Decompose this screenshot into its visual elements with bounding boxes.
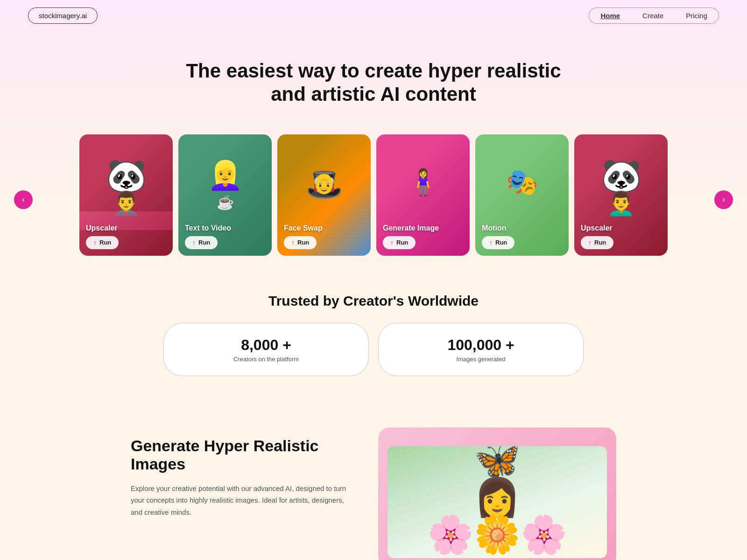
- nav-links: Home Create Pricing: [589, 7, 719, 24]
- run-arrow-icon-6: ↑: [588, 239, 592, 246]
- card-generate-image-run-button[interactable]: ↑ Run: [383, 236, 416, 249]
- run-arrow-icon: ↑: [93, 239, 97, 246]
- card-generate-image-label: Generate Image: [383, 224, 439, 232]
- trust-heading: Trusted by Creator's Worldwide: [9, 293, 738, 309]
- card-upscaler-1: 🐼 👨‍🦱 Upscaler ↑ Run: [79, 134, 173, 256]
- stat-creators: 8,000 + Creators on the platform: [163, 323, 369, 376]
- card-motion: 🎭 Motion ↑ Run: [475, 134, 569, 256]
- card-motion-run-button[interactable]: ↑ Run: [482, 236, 514, 249]
- card-upscaler-2-run-button[interactable]: ↑ Run: [581, 236, 613, 249]
- card-upscaler-1-label: Upscaler: [86, 224, 118, 232]
- run-arrow-icon-4: ↑: [390, 239, 394, 246]
- run-arrow-icon-5: ↑: [489, 239, 493, 246]
- carousel-next-button[interactable]: ›: [714, 190, 733, 209]
- logo[interactable]: stockimagery.ai: [28, 7, 98, 24]
- nav-create[interactable]: Create: [631, 8, 675, 23]
- card-text-to-video-run-button[interactable]: ↑ Run: [185, 236, 218, 249]
- generate-heading: Generate Hyper Realistic Images: [131, 437, 350, 473]
- run-arrow-icon-2: ↑: [192, 239, 196, 246]
- stat-images-label: Images generated: [397, 356, 564, 363]
- generate-section: Generate Hyper Realistic Images Explore …: [93, 399, 654, 560]
- stat-images: 100,000 + Images generated: [378, 323, 584, 376]
- run-arrow-icon-3: ↑: [291, 239, 295, 246]
- card-text-to-video-label: Text to Video: [185, 224, 231, 232]
- stat-images-number: 100,000 +: [397, 336, 564, 354]
- generate-image-box: 🦋👩🌸🌼🌸: [378, 427, 616, 560]
- carousel-track: 🐼 👨‍🦱 Upscaler ↑ Run 👱‍♀️ ☕ Text to Vide…: [0, 134, 747, 256]
- nav-pricing[interactable]: Pricing: [675, 8, 719, 23]
- card-face-swap: 🎩 👴 Face Swap ↑ Run: [277, 134, 371, 256]
- card-upscaler-2-label: Upscaler: [581, 224, 613, 232]
- card-face-swap-label: Face Swap: [284, 224, 323, 232]
- stat-creators-number: 8,000 +: [183, 336, 350, 354]
- carousel-prev-button[interactable]: ‹: [14, 190, 33, 209]
- card-generate-image: 🧍‍♀️ Generate Image ↑ Run: [376, 134, 470, 256]
- trust-section: Trusted by Creator's Worldwide 8,000 + C…: [0, 274, 747, 399]
- card-upscaler-1-run-button[interactable]: ↑ Run: [86, 236, 119, 249]
- card-upscaler-2: 🐼 👨‍🦱 Upscaler ↑ Run: [574, 134, 668, 256]
- nav-home[interactable]: Home: [589, 8, 631, 23]
- generate-image-inner: 🦋👩🌸🌼🌸: [388, 446, 607, 558]
- hero-section: The easiest way to create hyper realisti…: [0, 31, 747, 125]
- flower-butterfly-illustration: 🦋👩🌸🌼🌸: [427, 446, 567, 553]
- carousel-wrapper: ‹ 🐼 👨‍🦱 Upscaler ↑ Run 👱‍♀️ ☕ Text to: [0, 125, 747, 274]
- hero-headline: The easiest way to create hyper realisti…: [9, 59, 738, 106]
- stat-creators-label: Creators on the platform: [183, 356, 350, 363]
- card-motion-label: Motion: [482, 224, 506, 232]
- navbar: stockimagery.ai Home Create Pricing: [0, 0, 747, 31]
- stats-row: 8,000 + Creators on the platform 100,000…: [163, 323, 584, 376]
- generate-text: Generate Hyper Realistic Images Explore …: [131, 427, 350, 518]
- generate-body: Explore your creative potential with our…: [131, 483, 350, 518]
- card-text-to-video: 👱‍♀️ ☕ Text to Video ↑ Run: [178, 134, 272, 256]
- card-face-swap-run-button[interactable]: ↑ Run: [284, 236, 317, 249]
